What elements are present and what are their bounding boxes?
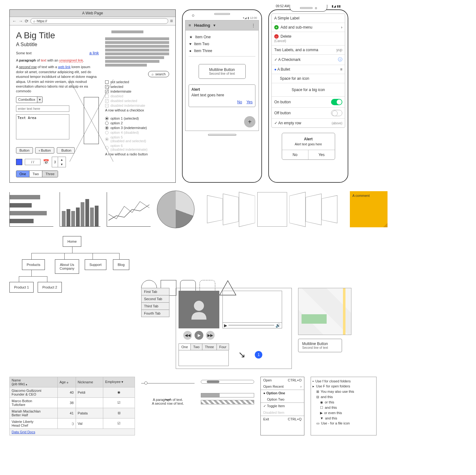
sm-home[interactable]: Home bbox=[63, 236, 81, 247]
rewind-button[interactable]: ◀◀ bbox=[183, 331, 192, 340]
check-indeterminate[interactable]: indeterminate bbox=[105, 89, 169, 93]
menu-icon[interactable]: ≡ bbox=[189, 23, 191, 28]
menu-opt2[interactable]: Option Two bbox=[261, 396, 304, 402]
fab-add[interactable]: + bbox=[244, 116, 255, 127]
check-selected[interactable]: selected bbox=[105, 85, 169, 89]
seg-one[interactable]: One bbox=[16, 171, 29, 177]
text-input[interactable] bbox=[16, 105, 69, 112]
chevron-down-icon[interactable]: ▾ bbox=[213, 23, 216, 28]
sm-p1[interactable]: Product 1 bbox=[9, 282, 34, 293]
reload-icon[interactable]: ⟳ bbox=[25, 19, 29, 24]
sm-blog[interactable]: Blog bbox=[113, 259, 129, 270]
tag-button[interactable]: Button bbox=[57, 147, 75, 154]
menu-opt1[interactable]: ● Option One bbox=[261, 390, 304, 396]
row-empty[interactable]: ✓ An empty row(above) bbox=[272, 119, 345, 127]
color-swatch[interactable] bbox=[16, 159, 22, 165]
list-item-1[interactable]: ★Item One bbox=[189, 34, 255, 40]
list-item-2[interactable]: ♥Item Two bbox=[189, 40, 255, 47]
vtab-1[interactable]: First Tab bbox=[141, 288, 169, 295]
alert-yes[interactable]: Yes bbox=[246, 100, 253, 104]
htab-3[interactable]: Three bbox=[202, 343, 217, 350]
col-emp[interactable]: Employee ▾ bbox=[103, 377, 135, 387]
text-area[interactable] bbox=[16, 114, 69, 139]
sm-products[interactable]: Products bbox=[22, 259, 45, 270]
row-add[interactable]: +Add and sub-menu› bbox=[272, 23, 345, 32]
sm-about[interactable]: About Us Company bbox=[55, 259, 79, 274]
toggle-on[interactable] bbox=[331, 99, 342, 105]
tree-view[interactable]: ▪Use f for closed folders ▸Use F for ope… bbox=[311, 377, 377, 435]
menu-recent[interactable]: Open Recent› bbox=[261, 383, 304, 390]
row-on[interactable]: On button bbox=[272, 97, 345, 108]
radio-3[interactable]: option 3 (indeterminate) bbox=[105, 126, 169, 130]
alert-no[interactable]: No bbox=[282, 150, 309, 159]
map[interactable] bbox=[298, 288, 351, 335]
menu-exit[interactable]: ExitCTRL+Q bbox=[261, 416, 304, 422]
back-icon[interactable]: ← bbox=[12, 19, 17, 24]
segmented-control[interactable]: One Two Three bbox=[16, 170, 58, 177]
multiline-button-2[interactable]: Multiline Button Second line of text bbox=[298, 339, 342, 352]
url-bar[interactable]: ⌕ https:// bbox=[30, 18, 168, 24]
button[interactable]: Button bbox=[16, 147, 33, 154]
row-checkmark[interactable]: ✓ A Checkmarkⓘ bbox=[272, 55, 345, 65]
table-row[interactable]: Mariah MaclachlanBetter Half41Patata⊟ bbox=[10, 408, 135, 418]
col-nick[interactable]: Nickname bbox=[76, 377, 103, 387]
check-not-selected[interactable]: not selected bbox=[105, 80, 169, 84]
play-icon[interactable]: ▶ bbox=[224, 323, 227, 328]
forward-icon[interactable]: → bbox=[19, 19, 23, 24]
table-row[interactable]: Giacomo GuilizzoniFounder & CEO40Peldi◉ bbox=[10, 387, 135, 397]
volume-icon[interactable]: 🔊 bbox=[275, 323, 281, 328]
slider[interactable] bbox=[141, 383, 195, 384]
sticky-note[interactable]: A comment bbox=[350, 191, 388, 227]
play-button[interactable]: ▶ bbox=[195, 331, 203, 340]
htab-4[interactable]: Four bbox=[217, 343, 229, 350]
menu-toggle[interactable]: ✓ Toggle Item bbox=[261, 403, 304, 409]
vtab-4[interactable]: Fourth Tab bbox=[141, 310, 169, 317]
menu-open[interactable]: OpenCTRL+O bbox=[261, 377, 304, 383]
resize-arrow-icon[interactable]: ↘ bbox=[238, 349, 245, 360]
list-item-3[interactable]: ●Item Three bbox=[189, 47, 255, 54]
back-button[interactable]: Button bbox=[35, 147, 54, 154]
table-row[interactable]: Valerie LibertyHead Chef:)Val☑ bbox=[10, 418, 135, 429]
seg-three[interactable]: Three bbox=[42, 171, 58, 177]
radio-1[interactable]: option 1 (selected) bbox=[105, 116, 169, 120]
coverflow[interactable] bbox=[201, 192, 344, 227]
col-name[interactable]: Name(job title) bbox=[10, 377, 58, 387]
data-grid[interactable]: Name(job title) Age Nickname Employee ▾ … bbox=[9, 377, 135, 435]
vtab-3[interactable]: Third Tab bbox=[141, 302, 169, 310]
unassigned-link[interactable]: unassigned link bbox=[59, 58, 83, 62]
radio-2[interactable]: option 2 bbox=[105, 121, 169, 125]
menu-icon[interactable]: ≡ bbox=[170, 18, 173, 24]
sm-support[interactable]: Support bbox=[85, 259, 106, 270]
a-link[interactable]: a link bbox=[89, 51, 99, 55]
row-delete[interactable]: –Delete(Cancel) bbox=[272, 32, 345, 46]
row-two-labels[interactable]: Two Labels, and a commayup bbox=[272, 46, 345, 55]
htab-2[interactable]: Two bbox=[190, 343, 202, 350]
more-icon[interactable]: ⋮ bbox=[251, 23, 255, 28]
alert-no[interactable]: No bbox=[237, 100, 242, 104]
video-player[interactable]: ▶ 🔊 bbox=[222, 291, 282, 328]
horizontal-scrollbar[interactable] bbox=[201, 380, 254, 384]
row-simple[interactable]: A Simple Label bbox=[272, 14, 345, 23]
grid-docs-link[interactable]: Data Grid Docs bbox=[12, 430, 35, 434]
table-row[interactable]: Marco BottonTuttofare38☑ bbox=[10, 397, 135, 408]
col-age[interactable]: Age bbox=[57, 377, 76, 387]
number-stepper[interactable]: 3▴▾ bbox=[52, 157, 66, 167]
seg-two[interactable]: Two bbox=[29, 171, 42, 177]
detail-icon[interactable]: ⓘ bbox=[338, 57, 342, 62]
date-input[interactable]: / / bbox=[25, 159, 40, 165]
row-big-icon[interactable]: Space for a big icon bbox=[272, 83, 345, 97]
calendar-icon[interactable]: 📅 bbox=[43, 159, 49, 165]
web-link[interactable]: web link bbox=[58, 65, 71, 69]
stepper-arrows[interactable]: ▴▾ bbox=[58, 157, 66, 167]
alert-yes[interactable]: Yes bbox=[308, 150, 335, 159]
row-icon-space[interactable]: Space for an icon bbox=[272, 74, 345, 83]
row-off[interactable]: Off button bbox=[272, 108, 345, 119]
forward-button[interactable]: ▶▶ bbox=[206, 331, 215, 340]
htab-1[interactable]: One bbox=[179, 343, 191, 350]
vtab-2[interactable]: Second Tab bbox=[141, 295, 169, 303]
sm-p2[interactable]: Product 2 bbox=[38, 282, 62, 293]
multiline-button[interactable]: Multiline Button Second line of text bbox=[199, 64, 246, 79]
menu-icon[interactable]: ≡ bbox=[340, 67, 342, 72]
row-bullet[interactable]: ● A Bullet≡ bbox=[272, 65, 345, 74]
combobox[interactable]: ComboBox▾ bbox=[16, 96, 43, 103]
